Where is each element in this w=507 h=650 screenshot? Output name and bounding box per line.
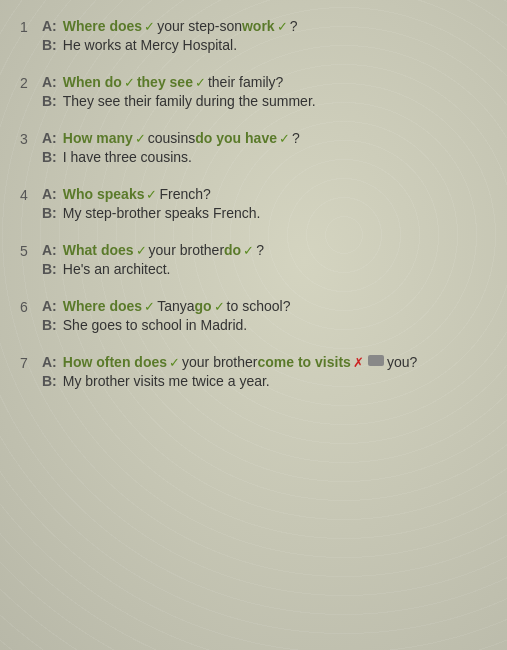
check-mark: ✓ bbox=[195, 75, 206, 90]
answer-label: B: bbox=[42, 149, 57, 165]
cross-mark: ✗ bbox=[353, 355, 364, 370]
question-keyword: How many bbox=[63, 130, 133, 146]
answer-text: My step-brother speaks French. bbox=[63, 205, 261, 221]
question-line: A:Who speaks ✓ French? bbox=[42, 186, 487, 202]
check-mark: ✓ bbox=[277, 19, 288, 34]
question-text: ? bbox=[292, 130, 300, 146]
exercise-content: 1A:Where does ✓ your step-son work ✓ ? B… bbox=[20, 18, 487, 392]
question-keyword: go bbox=[195, 298, 212, 314]
question-label: A: bbox=[42, 186, 57, 202]
flag-icon bbox=[368, 355, 384, 366]
question-line: A:How often does ✓ your brother come to … bbox=[42, 354, 487, 370]
question-line: A:How many ✓ cousins do you have ✓ ? bbox=[42, 130, 487, 146]
qa-block: A:How many ✓ cousins do you have ✓ ? B:I… bbox=[42, 130, 487, 168]
answer-text: My brother visits me twice a year. bbox=[63, 373, 270, 389]
question-keyword: Where does bbox=[63, 18, 142, 34]
qa-item: 4A:Who speaks ✓ French? B:My step-brothe… bbox=[20, 186, 487, 224]
question-label: A: bbox=[42, 74, 57, 90]
question-keyword: come to visits bbox=[258, 354, 351, 370]
item-number: 2 bbox=[20, 74, 42, 112]
answer-line: B:I have three cousins. bbox=[42, 149, 487, 165]
qa-item: 1A:Where does ✓ your step-son work ✓ ? B… bbox=[20, 18, 487, 56]
check-mark: ✓ bbox=[135, 131, 146, 146]
question-text: Tanya bbox=[157, 298, 194, 314]
question-label: A: bbox=[42, 18, 57, 34]
question-line: A:What does ✓ your brother do ✓ ? bbox=[42, 242, 487, 258]
check-mark: ✓ bbox=[136, 243, 147, 258]
question-keyword: do bbox=[224, 242, 241, 258]
qa-block: A:When do ✓ they see ✓ their family? B:T… bbox=[42, 74, 487, 112]
answer-label: B: bbox=[42, 373, 57, 389]
question-keyword: they see bbox=[137, 74, 193, 90]
qa-block: A:Where does ✓ Tanya go ✓ to school? B:S… bbox=[42, 298, 487, 336]
answer-label: B: bbox=[42, 37, 57, 53]
answer-text: They see their family during the summer. bbox=[63, 93, 316, 109]
qa-item: 6A:Where does ✓ Tanya go ✓ to school? B:… bbox=[20, 298, 487, 336]
answer-line: B:They see their family during the summe… bbox=[42, 93, 487, 109]
item-number: 1 bbox=[20, 18, 42, 56]
question-keyword: Who speaks bbox=[63, 186, 145, 202]
question-text: ? bbox=[290, 18, 298, 34]
check-mark: ✓ bbox=[279, 131, 290, 146]
item-number: 3 bbox=[20, 130, 42, 168]
qa-item: 2A:When do ✓ they see ✓ their family? B:… bbox=[20, 74, 487, 112]
answer-line: B:My brother visits me twice a year. bbox=[42, 373, 487, 389]
answer-line: B:He's an architect. bbox=[42, 261, 487, 277]
question-text: your brother bbox=[149, 242, 224, 258]
qa-block: A:Where does ✓ your step-son work ✓ ? B:… bbox=[42, 18, 487, 56]
check-mark: ✓ bbox=[243, 243, 254, 258]
question-keyword: What does bbox=[63, 242, 134, 258]
question-keyword: work bbox=[242, 18, 275, 34]
question-line: A:Where does ✓ Tanya go ✓ to school? bbox=[42, 298, 487, 314]
item-number: 4 bbox=[20, 186, 42, 224]
question-text: your step-son bbox=[157, 18, 242, 34]
question-text: ? bbox=[256, 242, 264, 258]
answer-text: I have three cousins. bbox=[63, 149, 192, 165]
question-line: A:Where does ✓ your step-son work ✓ ? bbox=[42, 18, 487, 34]
answer-label: B: bbox=[42, 205, 57, 221]
qa-block: A:Who speaks ✓ French? B:My step-brother… bbox=[42, 186, 487, 224]
item-number: 5 bbox=[20, 242, 42, 280]
check-mark: ✓ bbox=[144, 299, 155, 314]
answer-label: B: bbox=[42, 93, 57, 109]
question-keyword: do you have bbox=[195, 130, 277, 146]
check-mark: ✓ bbox=[169, 355, 180, 370]
check-mark: ✓ bbox=[144, 19, 155, 34]
item-number: 6 bbox=[20, 298, 42, 336]
question-text: their family? bbox=[208, 74, 283, 90]
check-mark: ✓ bbox=[146, 187, 157, 202]
answer-label: B: bbox=[42, 261, 57, 277]
qa-item: 3A:How many ✓ cousins do you have ✓ ? B:… bbox=[20, 130, 487, 168]
item-number: 7 bbox=[20, 354, 42, 392]
qa-item: 7A:How often does ✓ your brother come to… bbox=[20, 354, 487, 392]
answer-line: B:She goes to school in Madrid. bbox=[42, 317, 487, 333]
answer-label: B: bbox=[42, 317, 57, 333]
question-keyword: Where does bbox=[63, 298, 142, 314]
answer-text: He's an architect. bbox=[63, 261, 171, 277]
qa-item: 5A:What does ✓ your brother do ✓ ? B:He'… bbox=[20, 242, 487, 280]
question-keyword: When do bbox=[63, 74, 122, 90]
check-mark: ✓ bbox=[124, 75, 135, 90]
question-label: A: bbox=[42, 298, 57, 314]
answer-line: B:He works at Mercy Hospital. bbox=[42, 37, 487, 53]
check-mark: ✓ bbox=[214, 299, 225, 314]
question-text: you? bbox=[387, 354, 417, 370]
question-label: A: bbox=[42, 130, 57, 146]
question-label: A: bbox=[42, 354, 57, 370]
answer-line: B:My step-brother speaks French. bbox=[42, 205, 487, 221]
answer-text: He works at Mercy Hospital. bbox=[63, 37, 237, 53]
question-text: to school? bbox=[227, 298, 291, 314]
question-line: A:When do ✓ they see ✓ their family? bbox=[42, 74, 487, 90]
question-text: French? bbox=[159, 186, 210, 202]
question-keyword: How often does bbox=[63, 354, 167, 370]
question-text: cousins bbox=[148, 130, 195, 146]
question-text: your brother bbox=[182, 354, 257, 370]
qa-block: A:What does ✓ your brother do ✓ ? B:He's… bbox=[42, 242, 487, 280]
answer-text: She goes to school in Madrid. bbox=[63, 317, 247, 333]
question-label: A: bbox=[42, 242, 57, 258]
qa-block: A:How often does ✓ your brother come to … bbox=[42, 354, 487, 392]
